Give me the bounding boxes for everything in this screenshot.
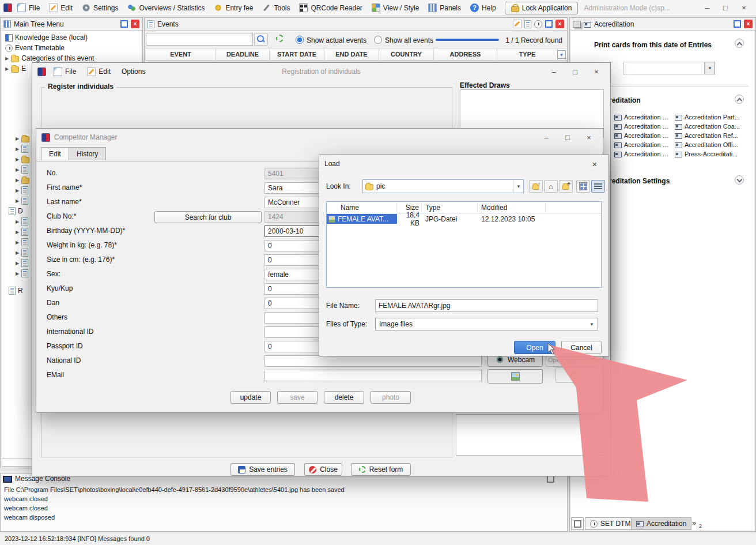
tree-item-event-timetable[interactable]: Event Timetable	[5, 44, 65, 52]
tree-expand-icon[interactable]: ▶	[16, 167, 19, 172]
tree-item[interactable]: ▶	[16, 228, 28, 236]
home-button[interactable]: ⌂	[544, 180, 558, 193]
tree-expand-icon[interactable]: ▶	[16, 240, 19, 245]
delete-button[interactable]: delete	[324, 391, 364, 404]
load-dialog-close-button[interactable]: ×	[586, 155, 603, 172]
file-table[interactable]: Name Size Type Modified FEMALE AVAT... 1…	[326, 201, 602, 288]
tree-expand-icon[interactable]: ▶	[16, 178, 19, 183]
card-item[interactable]: Accreditation Coa...	[614, 123, 672, 130]
filter-icon[interactable]: ▼	[557, 50, 566, 59]
card-item[interactable]: Accreditation Part...	[614, 114, 672, 121]
events-close-icon[interactable]: ×	[555, 20, 564, 28]
tree-item-partial-d[interactable]: D	[9, 207, 23, 215]
search-button[interactable]	[254, 33, 268, 46]
menu-tools[interactable]: Tools	[258, 2, 294, 14]
menu-overviews[interactable]: Overviews / Statistics	[123, 2, 209, 14]
card-item[interactable]: Accreditation Offi...	[614, 141, 672, 148]
accreditation-close-icon[interactable]: ×	[744, 20, 753, 28]
tree-expand-icon[interactable]: ▶	[16, 261, 19, 266]
national-id-field[interactable]	[264, 355, 482, 367]
tree-panel-header[interactable]: Main Tree Menu ×	[1, 18, 142, 31]
photo-button[interactable]: photo	[371, 391, 411, 404]
window-close-button[interactable]: ×	[735, 0, 753, 17]
tree-item[interactable]: ▶	[16, 238, 28, 246]
close-button[interactable]: Close	[304, 463, 342, 476]
column-address[interactable]: ADDRESS	[434, 48, 497, 61]
menu-qrcode[interactable]: QRCode Reader	[295, 2, 366, 14]
tree-close-icon[interactable]: ×	[131, 20, 139, 28]
menu-help[interactable]: Help	[466, 2, 500, 14]
print-date-dropdown-button[interactable]: ▼	[705, 62, 715, 74]
tree-horizontal-scrollbar[interactable]	[2, 458, 33, 467]
competitor-maximize-button[interactable]: □	[559, 129, 576, 146]
menu-edit[interactable]: Edit	[45, 2, 77, 14]
tree-expand-icon[interactable]: ▶	[16, 271, 19, 276]
tree-expand-icon[interactable]: ▶	[16, 250, 19, 255]
menu-settings[interactable]: Settings	[78, 2, 122, 14]
column-size[interactable]: Size	[397, 204, 422, 212]
window-maximize-button[interactable]: □	[717, 0, 734, 17]
tree-item[interactable]: ▶	[16, 145, 28, 153]
refresh-icon[interactable]	[276, 35, 284, 42]
column-start-date[interactable]: START DATE	[270, 48, 324, 61]
up-folder-button[interactable]: ↑	[529, 180, 543, 193]
tree-expand-icon[interactable]: ▶	[16, 188, 19, 193]
cancel-button[interactable]: Cancel	[561, 341, 602, 354]
load-dialog-titlebar[interactable]: Load ×	[319, 155, 608, 172]
registration-maximize-button[interactable]: □	[566, 63, 584, 80]
registration-menu-options[interactable]: Options	[118, 66, 149, 77]
tree-item[interactable]: ▶	[16, 134, 29, 142]
competitor-close-button[interactable]: ×	[580, 129, 598, 146]
expand-chevron-icon[interactable]	[735, 175, 744, 185]
card-item[interactable]: Accreditation Offi...	[675, 141, 743, 148]
collapse-chevron-icon[interactable]	[735, 95, 744, 104]
tree-item[interactable]: ▶	[16, 259, 28, 267]
tree-item[interactable]: ▶	[16, 269, 28, 277]
accreditation-panel-header[interactable]: Accreditation ×	[570, 18, 755, 31]
update-button[interactable]: update	[230, 391, 271, 404]
list-view-button[interactable]	[591, 180, 605, 193]
registration-menu-edit[interactable]: Edit	[84, 66, 114, 77]
search-for-club-button[interactable]: Search for club	[154, 211, 262, 223]
menu-panels[interactable]: Panels	[424, 2, 465, 14]
reset-form-button[interactable]: Reset form	[351, 463, 411, 476]
reload-photo-button[interactable]	[555, 367, 592, 383]
save-button[interactable]: save	[277, 391, 317, 404]
registration-minimize-button[interactable]: –	[545, 63, 562, 80]
column-deadline[interactable]: DEADLINE	[216, 48, 270, 61]
tree-item[interactable]: ▶	[16, 217, 28, 225]
tab-set-dtm[interactable]: SET DTM	[585, 517, 636, 530]
tree-expand-icon[interactable]: ▶	[16, 157, 19, 162]
tree-item[interactable]: ▶	[16, 155, 29, 163]
zoom-slider[interactable]	[436, 39, 499, 41]
look-in-combobox[interactable]: pic ▼	[362, 179, 524, 193]
registration-menu-file[interactable]: File	[50, 66, 80, 77]
card-item[interactable]: Accreditation Ref...	[614, 132, 672, 139]
grid-view-button[interactable]	[576, 180, 590, 193]
menu-entry-fee[interactable]: Entry fee	[210, 2, 257, 14]
events-panel-header[interactable]: Events ×	[145, 18, 567, 31]
tree-expand-icon[interactable]: ▶	[16, 146, 19, 152]
card-item[interactable]: Accreditation Ref...	[675, 132, 743, 139]
column-name[interactable]: Name	[327, 204, 397, 212]
tree-expand-icon[interactable]: ▶	[16, 198, 19, 204]
tab-accreditation[interactable]: Accreditation	[631, 517, 691, 530]
tree-expand-icon[interactable]: ▶	[5, 56, 9, 61]
tree-maximize-icon[interactable]	[120, 20, 128, 28]
radio-show-all[interactable]	[374, 36, 382, 44]
tree-item[interactable]: ▶	[16, 186, 28, 194]
competitor-titlebar[interactable]: Competitor Manager – □ ×	[36, 129, 603, 146]
copy-icon[interactable]	[524, 20, 531, 28]
collapse-chevron-icon[interactable]	[735, 39, 744, 48]
tree-expand-icon[interactable]: ▶	[16, 230, 19, 235]
column-modified[interactable]: Modified	[478, 204, 546, 212]
dropdown-icon[interactable]: ▼	[513, 180, 521, 193]
column-end-date[interactable]: END DATE	[324, 48, 379, 61]
radio-show-actual[interactable]	[296, 36, 304, 44]
registration-side-list[interactable]	[456, 414, 603, 456]
menu-file[interactable]: File	[13, 2, 44, 14]
tab-overflow-icon[interactable]: »	[692, 518, 696, 527]
column-type[interactable]: Type	[422, 204, 478, 212]
tree-item[interactable]: ▶	[16, 249, 28, 257]
card-item[interactable]: Accreditation Part...	[675, 114, 743, 121]
